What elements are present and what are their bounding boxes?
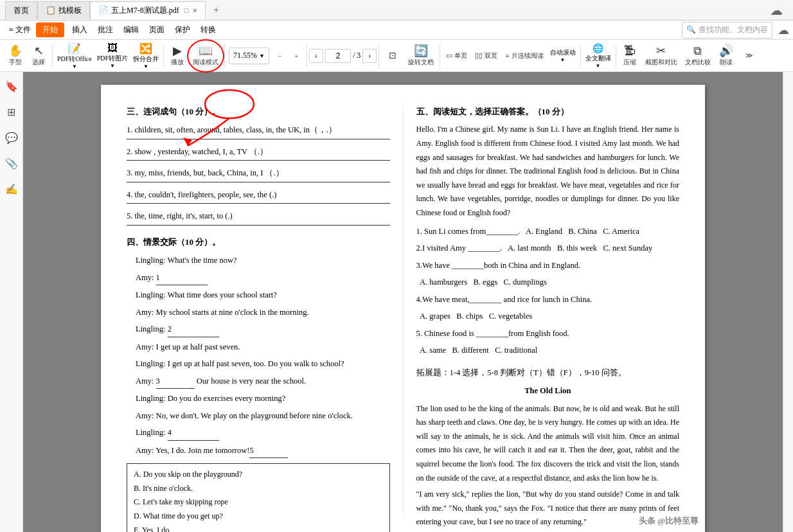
passage-text: Hello. I'm a Chinese girl. My name is Su… bbox=[416, 123, 680, 220]
sep5 bbox=[379, 44, 379, 67]
cloud-icon[interactable]: ☁ bbox=[770, 3, 783, 18]
start-button[interactable]: 开始 bbox=[36, 22, 64, 37]
translate-label: 全文翻译 bbox=[585, 54, 611, 63]
choice-a: A. Do you skip on the playground? bbox=[134, 468, 383, 482]
choice-box: A. Do you skip on the playground? B. It'… bbox=[127, 463, 390, 532]
read-mode-btn[interactable]: 📖 阅读模式 bbox=[189, 41, 222, 71]
s4-lingling1: Lingling: What's the time now? bbox=[127, 253, 390, 268]
section3-title: 三、连词成句（10 分）。 bbox=[127, 104, 390, 119]
zoom-in-icon: + bbox=[294, 52, 298, 60]
prev-page-btn[interactable]: ‹ bbox=[309, 49, 323, 63]
tab-home-label: 首页 bbox=[13, 5, 29, 16]
read-aloud-btn[interactable]: 🔊 朗读 bbox=[715, 41, 738, 71]
single-page-btn[interactable]: ▭ 单页 bbox=[442, 41, 471, 71]
hand-label: 手型 bbox=[9, 58, 22, 67]
story-text: The lion used to be the king of the anim… bbox=[416, 402, 680, 486]
read-mode-label: 阅读模式 bbox=[193, 58, 218, 67]
split-merge-btn[interactable]: 🔀 拆分合并 ▼ bbox=[130, 41, 161, 71]
q3-3: 3. my, miss, friends, but, back, China, … bbox=[127, 166, 390, 182]
r-q5: 5. Chinese food is ________from English … bbox=[416, 326, 680, 341]
section5-title: 五、阅读短文，选择正确答案。（10 分） bbox=[416, 104, 680, 119]
fit-page-btn[interactable]: ⊡ bbox=[381, 41, 404, 71]
split-merge-label: 拆分合并 bbox=[133, 55, 159, 64]
zoom-out-btn[interactable]: − bbox=[271, 48, 288, 64]
pdf-to-office-btn[interactable]: 📝 PDF转Office ▼ bbox=[55, 41, 94, 71]
lingling3-blank: 2 bbox=[168, 322, 219, 337]
split-merge-arrow: ▼ bbox=[143, 64, 148, 69]
read-aloud-label: 朗读 bbox=[720, 58, 733, 67]
pdf-image-label: PDF转图片 bbox=[97, 54, 128, 63]
pdf-viewer[interactable]: 三、连词成句（10 分）。 1. children, sit, often, a… bbox=[23, 72, 783, 532]
next-page-btn[interactable]: › bbox=[362, 49, 377, 63]
menu-protect[interactable]: 保护 bbox=[170, 22, 195, 38]
s4-amy1: Amy: 1 bbox=[127, 270, 390, 286]
sidebar-signature-icon[interactable]: ✍ bbox=[3, 180, 21, 198]
watermark: 头条 @比特至尊 bbox=[639, 513, 699, 528]
compare-doc-btn[interactable]: ⧉ 文档比较 bbox=[681, 41, 715, 71]
r-q4-choices: A. grapes B. chips C. vegetables bbox=[416, 309, 680, 324]
tab-pdf[interactable]: 📄 五上M7-8测试题.pdf □ ✕ bbox=[90, 1, 206, 19]
s4-lingling4: Lingling: I get up at half past seven, t… bbox=[127, 357, 390, 371]
tab-home[interactable]: 首页 bbox=[5, 1, 37, 19]
search-bar[interactable]: 🔍 查找功能、文档内容 bbox=[682, 22, 772, 39]
menu-file[interactable]: ≡ 文件 bbox=[4, 22, 36, 38]
compare-screenshot-btn[interactable]: ✂ 截图和对比 bbox=[641, 41, 681, 71]
menu-convert[interactable]: 转换 bbox=[195, 22, 221, 38]
select-icon: ↖ bbox=[34, 45, 44, 57]
tab-template[interactable]: 📋 找模板 bbox=[37, 1, 90, 19]
zoom-in-btn[interactable]: + bbox=[288, 48, 305, 64]
story-title: The Old Lion bbox=[416, 384, 680, 398]
sidebar-attachment-icon[interactable]: 📎 bbox=[3, 154, 21, 172]
section4-title: 四、情景交际（10 分）。 bbox=[127, 235, 390, 249]
s4-lingling2: Lingling: What time does your school sta… bbox=[127, 288, 390, 303]
pdf-to-image-btn[interactable]: 🖼 PDF转图片 ▼ bbox=[94, 41, 130, 71]
translate-icon: 🌐 bbox=[593, 43, 603, 54]
sep3 bbox=[224, 44, 225, 67]
rotate-btn[interactable]: 🔄 旋转文档 bbox=[404, 41, 438, 71]
select-tool-btn[interactable]: ↖ 选择 bbox=[27, 41, 50, 71]
compress-icon: 🗜 bbox=[624, 45, 636, 57]
compress-btn[interactable]: 🗜 压缩 bbox=[618, 41, 641, 71]
compare-screenshot-label: 截图和对比 bbox=[645, 58, 677, 67]
zoom-out-icon: − bbox=[278, 52, 281, 60]
sidebar-comment-icon[interactable]: 💬 bbox=[3, 129, 21, 146]
q3-1: 1. children, sit, often, around, tables,… bbox=[127, 123, 390, 139]
sep8 bbox=[616, 44, 616, 67]
left-sidebar: 🔖 ⊞ 💬 📎 ✍ bbox=[0, 72, 23, 532]
tab-add-btn[interactable]: + bbox=[208, 3, 224, 18]
page-sep: / bbox=[353, 51, 355, 60]
menu-page[interactable]: 页面 bbox=[144, 22, 170, 38]
play-btn[interactable]: ▶ 播放 bbox=[166, 41, 189, 71]
tab-min-icon[interactable]: □ bbox=[184, 6, 189, 14]
continuous-read-btn[interactable]: ≡ 片连续阅读 bbox=[501, 41, 547, 71]
pdf-icon: 📄 bbox=[98, 5, 109, 15]
menu-edit[interactable]: 编辑 bbox=[118, 22, 144, 38]
zoom-control[interactable]: 71.55% ▼ bbox=[229, 48, 269, 64]
search-placeholder: 查找功能、文档内容 bbox=[699, 24, 768, 35]
menu-insert[interactable]: 插入 bbox=[67, 22, 93, 38]
more-btn[interactable]: ≫ bbox=[738, 41, 761, 71]
sidebar-thumbnail-icon[interactable]: ⊞ bbox=[3, 103, 21, 121]
translate-btn[interactable]: 🌐 全文翻译 ▼ bbox=[583, 41, 614, 71]
hand-tool-btn[interactable]: ✋ 手型 bbox=[4, 41, 27, 71]
single-page-label: 单页 bbox=[454, 51, 467, 60]
rotate-label: 旋转文档 bbox=[408, 58, 434, 67]
sidebar-bookmark-icon[interactable]: 🔖 bbox=[3, 77, 21, 95]
double-page-btn[interactable]: ▯▯ 双页 bbox=[471, 41, 501, 71]
r-q3: 3.We have ________both in China and in E… bbox=[416, 258, 680, 273]
auto-scroll-label: 自动滚动 bbox=[550, 48, 576, 57]
auto-scroll-btn[interactable]: 自动滚动 ▼ bbox=[548, 41, 578, 71]
double-page-icon: ▯▯ bbox=[475, 51, 483, 60]
tab-template-label: 找模板 bbox=[58, 5, 82, 16]
screenshot-icon: ✂ bbox=[656, 45, 666, 57]
s4-lingling3: Lingling: 2 bbox=[127, 322, 390, 337]
template-icon: 📋 bbox=[46, 5, 56, 15]
menu-annotate[interactable]: 批注 bbox=[93, 22, 118, 38]
pdf-image-arrow: ▼ bbox=[110, 63, 115, 69]
tab-close-btn[interactable]: ✕ bbox=[192, 7, 197, 14]
q3-4: 4. the, couldn't, firefighters, people, … bbox=[127, 188, 390, 204]
page-number-input[interactable] bbox=[325, 49, 351, 63]
pdf-office-label: PDF转Office bbox=[57, 55, 92, 64]
cloud-sync-icon[interactable]: ☁ bbox=[778, 23, 789, 37]
choice-c: C. Let's take my skipping rope bbox=[134, 495, 383, 510]
